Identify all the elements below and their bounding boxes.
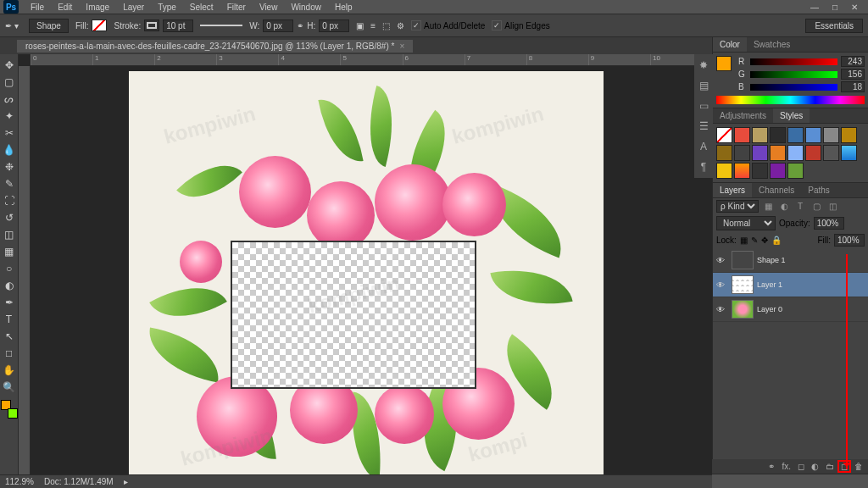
- path-ops-icon[interactable]: ▣: [356, 21, 364, 30]
- style-swatch[interactable]: [716, 127, 732, 143]
- eraser-tool[interactable]: ◫: [2, 227, 17, 242]
- align-icon[interactable]: ≡: [370, 21, 376, 30]
- adjustment-layer-icon[interactable]: ◐: [810, 462, 821, 471]
- style-swatch[interactable]: [823, 127, 839, 143]
- stroke-width-input[interactable]: 10 pt: [163, 19, 193, 32]
- menu-edit[interactable]: Edit: [51, 1, 79, 14]
- lock-paint-icon[interactable]: ✎: [751, 236, 758, 245]
- stamp-tool[interactable]: ⛶: [2, 193, 17, 208]
- style-swatch[interactable]: [752, 145, 768, 161]
- style-swatch[interactable]: [770, 163, 786, 179]
- style-swatch[interactable]: [805, 127, 821, 143]
- layer-row[interactable]: 👁 Layer 0: [713, 297, 868, 322]
- link-icon[interactable]: ⚭: [297, 21, 303, 30]
- visibility-icon[interactable]: 👁: [716, 280, 728, 290]
- wand-tool[interactable]: ✦: [2, 108, 17, 124]
- style-swatch[interactable]: [805, 145, 821, 161]
- layer-thumbnail[interactable]: [732, 275, 754, 294]
- blur-tool[interactable]: ○: [2, 261, 17, 276]
- menu-help[interactable]: Help: [328, 1, 359, 14]
- style-swatch[interactable]: [734, 145, 750, 161]
- lock-trans-icon[interactable]: ▦: [740, 236, 748, 245]
- visibility-icon[interactable]: 👁: [716, 305, 728, 314]
- lock-all-icon[interactable]: 🔒: [771, 236, 782, 245]
- gradient-tool[interactable]: ▦: [2, 244, 17, 259]
- fill-input[interactable]: [834, 234, 865, 247]
- navigator-icon[interactable]: ✸: [696, 58, 711, 73]
- type-tool[interactable]: T: [2, 312, 17, 327]
- align-edges-checkbox[interactable]: Align Edges: [492, 20, 549, 30]
- r-slider[interactable]: [750, 58, 837, 65]
- tab-styles[interactable]: Styles: [773, 108, 810, 123]
- lasso-tool[interactable]: ᔕ: [2, 92, 17, 107]
- menu-select[interactable]: Select: [183, 1, 220, 14]
- gear-icon[interactable]: ⚙: [397, 21, 404, 30]
- fx-icon[interactable]: fx.: [780, 462, 793, 471]
- fill-swatch[interactable]: [92, 19, 107, 31]
- style-swatch[interactable]: [716, 163, 732, 179]
- filter-adjust-icon[interactable]: ◐: [777, 201, 791, 213]
- workspace-dropdown[interactable]: Essentials: [805, 19, 863, 33]
- pen-tool[interactable]: ✒: [2, 295, 17, 310]
- height-input[interactable]: 0 px: [319, 19, 349, 32]
- style-swatch[interactable]: [787, 145, 804, 161]
- menu-view[interactable]: View: [253, 1, 285, 14]
- style-swatch[interactable]: [841, 145, 857, 161]
- opacity-input[interactable]: [814, 217, 844, 230]
- mask-icon[interactable]: ◻: [796, 462, 806, 471]
- style-swatch[interactable]: [787, 163, 804, 179]
- style-swatch[interactable]: [716, 145, 732, 161]
- zoom-tool[interactable]: 🔍: [2, 380, 17, 395]
- blend-mode-dropdown[interactable]: Normal: [716, 216, 776, 230]
- layer-name[interactable]: Shape 1: [757, 256, 786, 264]
- close-button[interactable]: ✕: [848, 3, 861, 12]
- style-swatch[interactable]: [734, 127, 750, 143]
- style-swatch[interactable]: [752, 127, 768, 143]
- style-swatch[interactable]: [734, 163, 750, 179]
- document-canvas[interactable]: kompiwin kompiwin kompiwin kompiwin komp…: [129, 71, 604, 474]
- b-slider[interactable]: [750, 84, 837, 91]
- delete-layer-icon[interactable]: 🗑: [853, 462, 865, 471]
- r-value[interactable]: 243: [841, 56, 865, 67]
- menu-layer[interactable]: Layer: [116, 1, 151, 14]
- tab-channels[interactable]: Channels: [752, 183, 801, 197]
- visibility-icon[interactable]: 👁: [716, 256, 728, 265]
- move-tool[interactable]: ✥: [2, 58, 17, 73]
- layer-thumbnail[interactable]: [732, 300, 754, 319]
- maximize-button[interactable]: □: [829, 3, 841, 12]
- eyedropper-tool[interactable]: 💧: [2, 142, 17, 158]
- path-tool[interactable]: ↖: [2, 329, 17, 344]
- info-icon[interactable]: ▭: [696, 98, 711, 114]
- crop-tool[interactable]: ✂: [2, 125, 17, 141]
- style-swatch[interactable]: [841, 127, 857, 143]
- menu-filter[interactable]: Filter: [220, 1, 253, 14]
- layer-row[interactable]: 👁 Shape 1: [713, 248, 868, 273]
- stroke-style-dropdown[interactable]: [200, 25, 242, 26]
- style-swatch[interactable]: [752, 163, 768, 179]
- status-arrow-icon[interactable]: ▸: [124, 477, 128, 486]
- filter-smart-icon[interactable]: ◫: [826, 201, 839, 213]
- tab-layers[interactable]: Layers: [713, 183, 752, 197]
- width-input[interactable]: 0 px: [263, 19, 293, 32]
- color-picker[interactable]: [1, 400, 18, 419]
- lock-pos-icon[interactable]: ✥: [761, 236, 768, 245]
- tab-color[interactable]: Color: [713, 37, 747, 52]
- hand-tool[interactable]: ✋: [2, 363, 17, 378]
- histogram-icon[interactable]: ▤: [696, 78, 711, 93]
- style-swatch[interactable]: [823, 145, 839, 161]
- layer-name[interactable]: Layer 1: [757, 280, 782, 289]
- g-slider[interactable]: [750, 71, 837, 78]
- menu-type[interactable]: Type: [151, 1, 183, 14]
- tab-close-icon[interactable]: ×: [399, 42, 404, 51]
- auto-add-delete-checkbox[interactable]: Auto Add/Delete: [411, 20, 485, 30]
- filter-type-icon[interactable]: T: [793, 201, 807, 213]
- layer-thumbnail[interactable]: [732, 251, 754, 269]
- stroke-swatch[interactable]: [144, 19, 159, 31]
- minimize-button[interactable]: —: [807, 3, 822, 12]
- g-value[interactable]: 156: [841, 69, 865, 80]
- menu-image[interactable]: Image: [79, 1, 116, 14]
- arrange-icon[interactable]: ⬚: [382, 21, 390, 30]
- b-value[interactable]: 18: [841, 81, 865, 92]
- dodge-tool[interactable]: ◐: [2, 278, 17, 293]
- style-swatch[interactable]: [770, 127, 786, 143]
